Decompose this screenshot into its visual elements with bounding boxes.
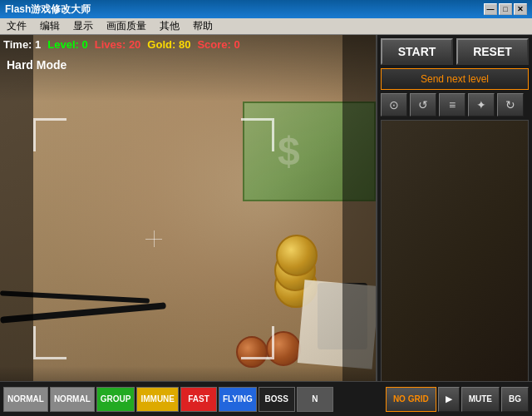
right-panel: START RESET Send next level ⊙↺≡✦↻ <box>376 35 532 416</box>
viewfinder-corner-tl <box>33 118 66 151</box>
viewfinder-corner-br <box>241 326 274 359</box>
cheat-btn-2[interactable]: ≡ <box>439 93 466 116</box>
menu-item-画面质量[interactable]: 画面质量 <box>103 17 150 35</box>
wave-tag-4[interactable]: FAST <box>180 387 217 412</box>
viewfinder-corner-tr <box>241 118 274 151</box>
hud-time: Time: 1 <box>3 38 41 51</box>
titlebar-controls: — □ ✕ <box>484 3 527 15</box>
cheat-btn-1[interactable]: ↺ <box>410 93 436 116</box>
viewfinder-corner-bl <box>33 326 66 359</box>
menu-item-显示[interactable]: 显示 <box>70 17 96 35</box>
wave-tag-3[interactable]: IMMUNE <box>136 387 179 412</box>
cheat-btn-4[interactable]: ↻ <box>497 93 524 116</box>
minimize-button[interactable]: — <box>484 3 497 15</box>
hard-mode-label: Hard Mode <box>7 58 66 72</box>
main-area: Time: 1 Level: 0 Lives: 20 Gold: 80 Scor… <box>0 35 532 416</box>
hud-level: Level: 0 <box>47 38 87 51</box>
menu-item-编辑[interactable]: 编辑 <box>37 17 63 35</box>
right-display-bg <box>382 121 528 412</box>
bottom-bar: NORMALNORMALGROUPIMMUNEFASTFLYINGBOSSNNO… <box>0 381 532 416</box>
btn-row: START RESET <box>381 38 529 65</box>
hud: Time: 1 Level: 0 Lives: 20 Gold: 80 Scor… <box>3 38 372 51</box>
cheat-row: ⊙↺≡✦↻ <box>381 93 529 116</box>
start-button[interactable]: START <box>381 38 453 65</box>
speed-button[interactable]: ▶ <box>438 387 460 412</box>
hud-gold: Gold: 80 <box>147 38 190 51</box>
no-grid-button[interactable]: NO GRID <box>386 387 436 412</box>
menu-item-帮助[interactable]: 帮助 <box>190 17 216 35</box>
wave-tag-7[interactable]: N <box>297 387 333 412</box>
menu-item-文件[interactable]: 文件 <box>3 17 30 35</box>
maximize-button[interactable]: □ <box>499 3 512 15</box>
send-next-level-button[interactable]: Send next level <box>381 68 529 90</box>
wave-tag-1[interactable]: NORMAL <box>50 387 95 412</box>
close-button[interactable]: ✕ <box>514 3 527 15</box>
background-button[interactable]: BG <box>501 387 529 412</box>
menu-item-其他[interactable]: 其他 <box>156 17 183 35</box>
reset-button[interactable]: RESET <box>456 38 529 65</box>
hud-score: Score: 0 <box>197 38 239 51</box>
crosshair <box>145 230 162 247</box>
titlebar-title: Flash游戏修改大师 <box>5 2 91 17</box>
gold-coin-3 <box>276 235 318 276</box>
mute-button[interactable]: MUTE <box>461 387 500 412</box>
cheat-btn-3[interactable]: ✦ <box>468 93 495 116</box>
wave-tag-5[interactable]: FLYING <box>219 387 257 412</box>
game-area[interactable]: Time: 1 Level: 0 Lives: 20 Gold: 80 Scor… <box>0 35 376 416</box>
wave-tag-2[interactable]: GROUP <box>96 387 135 412</box>
right-display <box>381 120 529 413</box>
viewfinder <box>33 118 274 359</box>
wave-tag-6[interactable]: BOSS <box>259 387 295 412</box>
titlebar: Flash游戏修改大师 — □ ✕ <box>0 0 532 18</box>
bottom-controls: NO GRID▶MUTEBG <box>386 387 529 412</box>
cheat-btn-0[interactable]: ⊙ <box>381 93 407 116</box>
hud-lives: Lives: 20 <box>95 38 141 51</box>
wave-tag-0[interactable]: NORMAL <box>3 387 48 412</box>
menubar: 文件编辑显示画面质量其他帮助 <box>0 18 532 35</box>
